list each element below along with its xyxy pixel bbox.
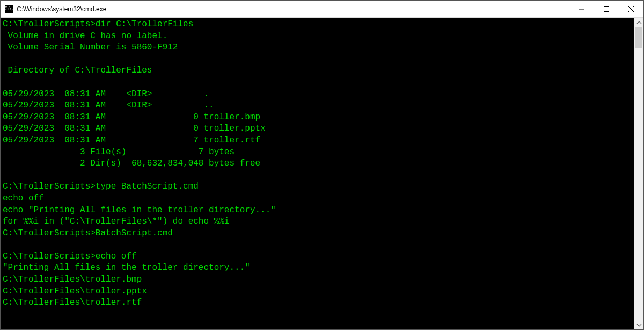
window-controls [569, 1, 643, 17]
scroll-down-arrow-icon[interactable] [634, 320, 643, 329]
titlebar[interactable]: C:\. C:\Windows\system32\cmd.exe [1, 1, 643, 18]
cmd-icon: C:\. [5, 5, 13, 13]
terminal-output[interactable]: C:\TrollerScripts>dir C:\TrollerFiles Vo… [1, 18, 634, 329]
close-button[interactable] [619, 1, 643, 17]
terminal-area: C:\TrollerScripts>dir C:\TrollerFiles Vo… [1, 18, 643, 329]
svg-rect-1 [604, 6, 609, 11]
minimize-button[interactable] [569, 1, 594, 17]
vertical-scrollbar[interactable] [634, 18, 643, 329]
scroll-up-arrow-icon[interactable] [634, 18, 643, 27]
window-title: C:\Windows\system32\cmd.exe [17, 5, 569, 13]
scroll-thumb[interactable] [635, 27, 642, 48]
cmd-window: C:\. C:\Windows\system32\cmd.exe C:\Trol… [0, 0, 644, 330]
maximize-button[interactable] [594, 1, 619, 17]
scroll-track[interactable] [634, 27, 643, 320]
